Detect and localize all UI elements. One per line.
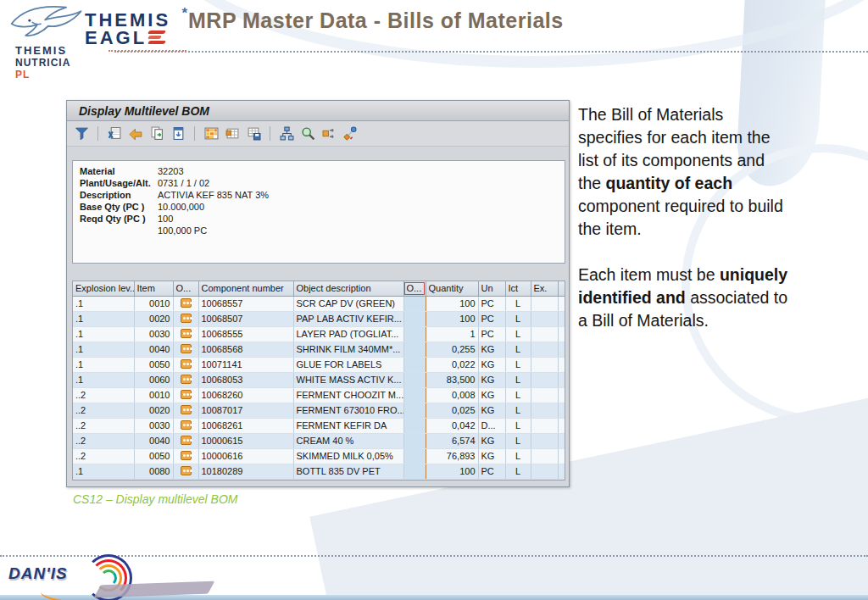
cell-ex[interactable] — [531, 372, 558, 387]
cell-component-number[interactable]: 10068261 — [198, 418, 293, 433]
cell-object-description[interactable]: GLUE FOR LABELS — [293, 357, 403, 372]
cell-object-icon[interactable] — [173, 342, 198, 357]
cell-ict[interactable]: L — [505, 296, 531, 311]
cell-object-icon[interactable] — [173, 372, 198, 387]
cell-quantity[interactable]: 100 — [426, 464, 478, 479]
cell-component-number[interactable]: 10180289 — [198, 464, 293, 479]
search-icon[interactable] — [300, 126, 315, 142]
cell-level[interactable]: ..2 — [73, 403, 134, 418]
cell-quantity[interactable]: 0,008 — [426, 387, 478, 403]
cell-ex[interactable] — [531, 296, 558, 311]
hierarchy-icon[interactable] — [279, 126, 294, 142]
column-header-explosionlev[interactable]: Explosion lev... — [73, 281, 134, 296]
table-row[interactable]: ..2005010000616SKIMMED MILK 0,05%76,893K… — [73, 448, 565, 464]
cell-unit[interactable]: KG — [478, 448, 505, 464]
cell-level[interactable]: .1 — [73, 296, 134, 311]
material-object-icon[interactable] — [181, 466, 192, 475]
cell-selected-column[interactable] — [403, 448, 426, 464]
cell-level[interactable]: ..2 — [73, 418, 134, 433]
cell-object-icon[interactable] — [173, 433, 198, 448]
table-row[interactable]: .1008010180289BOTTL 835 DV PET100PCL — [73, 464, 565, 479]
cell-object-icon[interactable] — [173, 326, 198, 342]
cell-level[interactable]: ..2 — [73, 387, 134, 403]
distribute-icon[interactable] — [321, 126, 337, 142]
save-table-icon[interactable] — [246, 126, 261, 142]
cell-ict[interactable]: L — [505, 403, 531, 418]
cell-selected-column[interactable] — [403, 464, 426, 479]
material-object-icon[interactable] — [181, 298, 192, 308]
cell-object-description[interactable]: SKIMMED MILK 0,05% — [293, 448, 403, 464]
cell-component-number[interactable]: 10068507 — [198, 311, 293, 326]
cell-filler[interactable] — [558, 464, 565, 479]
cell-ict[interactable]: L — [505, 387, 531, 403]
table-grid-icon[interactable] — [203, 126, 219, 142]
cell-level[interactable]: ..2 — [73, 433, 134, 448]
cell-ex[interactable] — [531, 326, 558, 342]
excel-export-icon[interactable] — [107, 126, 122, 142]
material-object-icon[interactable] — [181, 436, 192, 445]
table-row[interactable]: ..2001010068260FERMENT CHOOZIT M...0,008… — [73, 387, 565, 403]
material-object-icon[interactable] — [181, 359, 192, 369]
cell-quantity[interactable]: 83,500 — [426, 372, 478, 387]
material-object-icon[interactable] — [181, 405, 192, 414]
cell-filler[interactable] — [558, 433, 565, 448]
material-object-icon[interactable] — [181, 390, 192, 399]
cell-unit[interactable]: KG — [478, 387, 505, 403]
cell-level[interactable]: ..2 — [73, 448, 134, 464]
cell-object-description[interactable]: FERMENT KEFIR DA — [293, 418, 403, 433]
cell-ict[interactable]: L — [505, 418, 531, 433]
cell-component-number[interactable]: 10068557 — [198, 296, 293, 311]
table-row[interactable]: ..2003010068261FERMENT KEFIR DA0,042D...… — [73, 418, 565, 433]
export-file-icon[interactable] — [170, 126, 186, 142]
cell-ex[interactable] — [531, 433, 558, 448]
cell-filler[interactable] — [558, 448, 565, 464]
cell-quantity[interactable]: 1 — [426, 326, 478, 342]
cell-selected-column[interactable] — [403, 403, 426, 418]
copy-icon[interactable] — [149, 126, 164, 142]
cell-level[interactable]: .1 — [73, 357, 134, 372]
material-object-icon[interactable] — [181, 420, 192, 430]
cell-filler[interactable] — [558, 372, 565, 387]
cell-selected-column[interactable] — [403, 357, 426, 372]
cell-filler[interactable] — [558, 342, 565, 357]
material-object-icon[interactable] — [181, 375, 192, 384]
filter-icon[interactable] — [74, 126, 89, 142]
column-header-un[interactable]: Un — [478, 281, 505, 296]
cell-object-icon[interactable] — [173, 464, 198, 479]
cell-item[interactable]: 0080 — [134, 464, 173, 479]
cell-quantity[interactable]: 0,025 — [426, 403, 478, 418]
column-header-o[interactable]: O... — [173, 281, 198, 296]
cell-selected-column[interactable] — [403, 372, 426, 387]
cell-quantity[interactable]: 100 — [426, 296, 478, 311]
sort-icon[interactable] — [128, 126, 143, 142]
cell-selected-column[interactable] — [403, 418, 426, 433]
cell-ict[interactable]: L — [505, 342, 531, 357]
cell-component-number[interactable]: 10071141 — [198, 357, 293, 372]
cell-quantity[interactable]: 0,255 — [426, 342, 478, 357]
cell-ex[interactable] — [531, 403, 558, 418]
cell-object-icon[interactable] — [173, 403, 198, 418]
cell-quantity[interactable]: 76,893 — [426, 448, 478, 464]
cell-object-description[interactable]: SCR CAP DV (GREEN) — [293, 296, 403, 311]
cell-ex[interactable] — [531, 387, 558, 403]
cell-object-icon[interactable] — [173, 448, 198, 464]
cell-ict[interactable]: L — [505, 326, 531, 342]
cell-component-number[interactable]: 10000616 — [198, 448, 293, 464]
column-header-componentnumber[interactable]: Component number — [198, 281, 293, 296]
cell-selected-column[interactable] — [403, 433, 426, 448]
cell-object-description[interactable]: PAP LAB ACTIV KEFIR... — [293, 311, 403, 326]
cell-item[interactable]: 0030 — [134, 418, 173, 433]
cell-item[interactable]: 0040 — [134, 342, 173, 357]
cell-unit[interactable]: KG — [478, 403, 505, 418]
column-header-o[interactable]: O... — [403, 281, 426, 296]
cell-object-icon[interactable] — [173, 311, 198, 326]
material-object-icon[interactable] — [181, 344, 192, 353]
cell-unit[interactable]: PC — [478, 326, 505, 342]
cell-ict[interactable]: L — [505, 357, 531, 372]
cell-component-number[interactable]: 10087017 — [198, 403, 293, 418]
cell-ex[interactable] — [531, 418, 558, 433]
table-row[interactable]: .1001010068557SCR CAP DV (GREEN)100PCL — [73, 296, 565, 311]
cell-object-description[interactable]: WHITE MASS ACTIV K... — [293, 372, 403, 387]
insert-column-icon[interactable] — [225, 126, 240, 142]
cell-ex[interactable] — [531, 448, 558, 464]
